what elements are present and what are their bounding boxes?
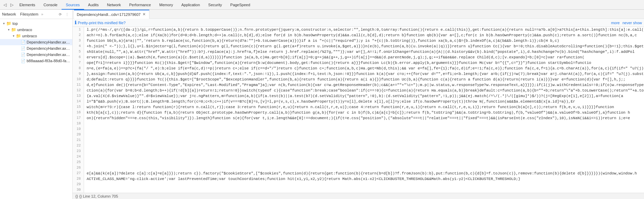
tree-label-umbraco1: umbraco — [17, 28, 71, 32]
line-number: 25 — [73, 160, 84, 165]
tree-arrow-umbraco2: ▾ — [11, 34, 16, 38]
never-show-link[interactable]: never show — [623, 21, 642, 25]
tree-label-dep1: DependencyHandler.axd?s=... — [27, 40, 71, 44]
line-number: 18 — [73, 121, 84, 126]
tree-item-umbraco1[interactable]: ▾ 📁 umbraco — [0, 27, 72, 33]
file-tab-label: DependencyHandl...cdv=1712979607 — [77, 12, 140, 17]
sidebar-refresh-btn[interactable]: ⟳ — [57, 11, 63, 17]
sidebar-tab-filesystem[interactable]: Filesystem — [20, 12, 38, 16]
code-line: 19 — [73, 126, 644, 132]
line-content: ACTIVE_CLASS_NAME='ng-click-active';var … — [84, 176, 644, 182]
tab-audits[interactable]: Audits — [84, 0, 103, 10]
line-content — [84, 165, 644, 171]
file-icon: 📄 — [21, 46, 26, 51]
tree-label-b88: b88aaaad-f83a-88d0-fa3c-2980... — [27, 59, 71, 63]
code-line: 26 — [73, 165, 644, 171]
tree-item-b88[interactable]: ▸ 📄 b88aaaad-f83a-88d0-fa3c-2980... — [0, 58, 72, 64]
tree-item-top[interactable]: ▾ 📁 top — [0, 20, 72, 27]
line-content — [84, 182, 644, 187]
line-number: 10 — [73, 77, 84, 82]
tab-memory[interactable]: Memory — [155, 0, 177, 10]
line-number: 28 — [73, 176, 84, 182]
line-number: 8 — [73, 66, 84, 71]
line-content: ope[f=i]=return i}}}}function Kc(){this.… — [84, 60, 644, 66]
line-number: 13 — [73, 93, 84, 99]
code-line: 7ope[f=i]=return i}}}}function Kc(){this… — [73, 60, 644, 66]
line-content: n=e,(e=fa(a,e))==p?c+(fa("/ ",e):b;else … — [84, 66, 644, 71]
tab-performance[interactable]: Performance — [125, 0, 155, 10]
line-content: shState(null,"",a),W.attr("href",W.attr(… — [84, 49, 644, 55]
line-number: 14 — [73, 99, 84, 104]
line-number: 1 — [73, 27, 84, 32]
code-line: 1l.p=(/^ms-/,q=/([da-z])/gi,r=function(a… — [73, 27, 644, 32]
tab-pagespeed[interactable]: PageSpeed — [226, 0, 255, 10]
tree-label-dep2: DependencyHandler.axd?s=... — [27, 46, 71, 50]
sidebar: Network Filesystem » ⟳ ⋮ ▾ 📁 top ▾ 📁 umb… — [0, 10, 73, 199]
code-line: 18 — [73, 121, 644, 126]
tree-item-umbraco2[interactable]: ▾ 📁 umbraco — [0, 33, 72, 39]
sidebar-tab-network[interactable]: Network — [2, 12, 16, 16]
line-content — [84, 132, 644, 138]
tree-item-dep3[interactable]: ▸ 📄 DependencyHandler.axd?s=... — [0, 51, 72, 58]
line-content — [84, 126, 644, 132]
line-number: 5 — [73, 49, 84, 55]
code-line: 9},assign:function(a,b){return Ub(a,c,b}… — [73, 71, 644, 77]
tab-network[interactable]: Network — [103, 0, 125, 10]
file-tab-dependency[interactable]: DependencyHandl...cdv=1712979607 ✕ — [74, 10, 149, 19]
line-content — [84, 138, 644, 143]
code-editor[interactable]: 1l.p=(/^ms-/,q=/([da-z])/gi,r=function(a… — [73, 27, 644, 193]
line-content — [84, 154, 644, 160]
devtools-forward-btn[interactable]: ▷ — [8, 1, 15, 8]
tab-elements[interactable]: Elements — [15, 0, 39, 10]
sidebar-menu-btn[interactable]: ⋮ — [64, 11, 70, 17]
line-number: 6 — [73, 55, 84, 60]
info-icon: ℹ — [75, 20, 76, 26]
status-bracket-icon: {} — [75, 194, 78, 198]
tree-arrow-umbraco1: ▾ — [6, 27, 11, 32]
content-header: ℹ Pretty-print this minified file? more … — [73, 19, 644, 27]
tree-label-umbraco2: umbraco — [22, 34, 71, 38]
line-content: witch(m=r?3:r){case l:return function(r)… — [84, 104, 644, 110]
tab-sources[interactable]: Sources — [62, 0, 84, 10]
line-number: 12 — [73, 88, 84, 93]
line-number: 4 — [73, 44, 84, 49]
line-number: 29 — [73, 182, 84, 187]
line-number: 9 — [73, 71, 84, 77]
code-line: 17on){return"hidden"===e.css(this,"visib… — [73, 115, 644, 121]
code-line: 15witch(m=r?3:r){case l:return function(… — [73, 104, 644, 110]
tab-security[interactable]: Security — [204, 0, 226, 10]
tree-label-dep3: DependencyHandler.axd?s=... — [27, 53, 71, 57]
code-line: 11d,e}function de(){return{b="Content-Ty… — [73, 82, 644, 88]
folder-icon: 📁 — [16, 34, 21, 38]
more-link[interactable]: more — [611, 21, 620, 25]
sidebar-more-icon: » — [41, 12, 43, 16]
code-line: 27e[a]&&(k(e[a])?delete c[a]:c[a]=e[a]}}… — [73, 171, 644, 176]
line-number: 15 — [73, 104, 84, 110]
code-line: 12ction(a){for(var b=0;b<d.length;b++){i… — [73, 88, 644, 93]
tab-application[interactable]: Application — [177, 0, 204, 10]
line-number: 20 — [73, 132, 84, 138]
line-number: 17 — [73, 115, 84, 121]
tab-console[interactable]: Console — [39, 0, 62, 10]
tree-label-top: top — [12, 21, 71, 26]
file-tab-close-btn[interactable]: ✕ — [142, 12, 146, 17]
tree-item-dep2[interactable]: ▸ 📄 DependencyHandler.axd?s=... — [0, 45, 72, 51]
line-content: {a.val(X(d.$viewValue)}"".d=$viewValue})… — [84, 93, 644, 99]
devtools-back-btn[interactable]: ◁ — [1, 1, 8, 8]
folder-icon: 📁 — [11, 27, 16, 32]
line-content: on){return"hidden"===e.css(this,"visibil… — [84, 115, 644, 121]
file-icon: 📄 — [21, 59, 26, 63]
code-line: 22 — [73, 143, 644, 149]
line-content — [84, 143, 644, 149]
status-position: {} Line 12, Column 705 — [79, 194, 118, 198]
sidebar-top: Network Filesystem » ⟳ ⋮ — [0, 10, 72, 19]
code-line: 3function bb(b,a){a=a||"",'return b.repl… — [73, 38, 644, 44]
line-content: ervers[d].$scope=||a).$watch(e,function(… — [84, 55, 644, 60]
line-content: kth(b[a[c],c));return d}{function f(a,b)… — [84, 110, 644, 115]
code-line: 10d;default:return q}}}}function Tc(){th… — [73, 77, 644, 82]
line-content: },assign:function(a,b){return Ub(a,c,b}}… — [84, 71, 644, 77]
tree-item-dep1[interactable]: ▸ 📄 DependencyHandler.axd?s=... — [0, 39, 72, 45]
code-line: 29 — [73, 182, 644, 187]
devtools-nav-bar: ◁ ▷ Elements Console Sources Audits Netw… — [0, 0, 644, 10]
code-line: 20 — [73, 132, 644, 138]
